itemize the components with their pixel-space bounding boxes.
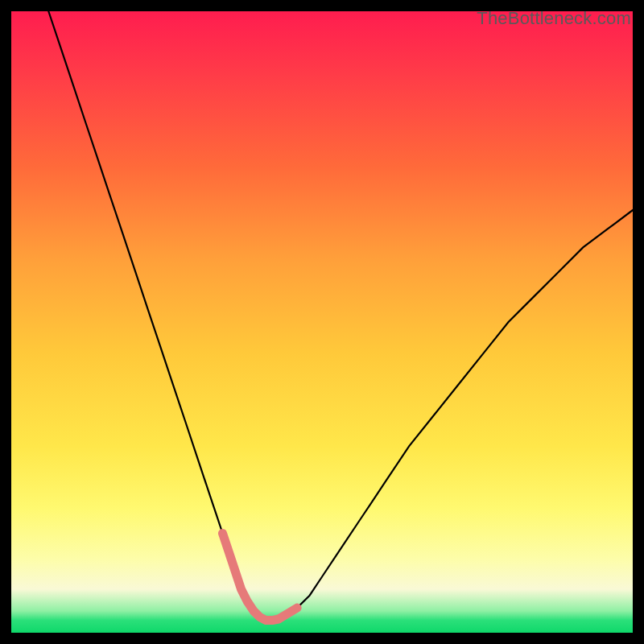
optimal-range-highlight [223,534,298,621]
watermark-text: TheBottleneck.com [477,8,631,29]
bottleneck-curve [48,11,633,621]
chart-frame [11,11,633,633]
chart-svg [11,11,633,633]
